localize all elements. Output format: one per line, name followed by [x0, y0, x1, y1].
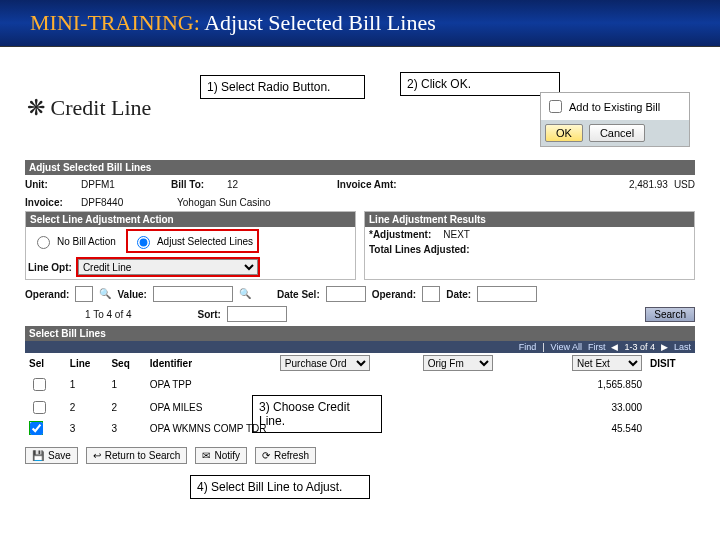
- callout-2: 2) Click OK.: [400, 72, 560, 96]
- save-icon: 💾: [32, 450, 44, 461]
- credit-line-heading: ❋ Credit Line: [27, 95, 151, 121]
- pager-first[interactable]: First: [588, 342, 606, 352]
- lookup-icon[interactable]: [239, 288, 251, 300]
- save-button[interactable]: 💾Save: [25, 447, 78, 464]
- row-line: 2: [66, 396, 108, 419]
- th-line: Line: [66, 353, 108, 373]
- unit-label: Unit:: [25, 179, 75, 190]
- operand-label: Operand:: [25, 289, 69, 300]
- table-row: 33OPA WKMNS COMP TDR45.540: [25, 419, 695, 439]
- return-icon: ↩: [93, 450, 101, 461]
- add-existing-checkbox[interactable]: [549, 100, 562, 113]
- credit-line-bullet: ❋: [27, 95, 45, 120]
- invoice-label: Invoice:: [25, 197, 75, 208]
- search-button[interactable]: Search: [645, 307, 695, 322]
- right-column: Line Adjustment Results *Adjustment: NEX…: [364, 211, 695, 280]
- lookup-icon[interactable]: [99, 288, 111, 300]
- notify-icon: ✉: [202, 450, 210, 461]
- left-column: Select Line Adjustment Action No Bill Ac…: [25, 211, 356, 280]
- arrow-left-icon[interactable]: ◀: [611, 342, 618, 352]
- sort-input[interactable]: [227, 306, 287, 322]
- pager-find[interactable]: Find: [519, 342, 537, 352]
- adjustment-label: *Adjustment:: [369, 229, 431, 240]
- unit-value: DPFM1: [81, 179, 171, 190]
- adjustment-value: NEXT: [443, 229, 470, 240]
- value-label: Value:: [117, 289, 146, 300]
- detail-pane: Adjust Selected Bill Lines Unit: DPFM1 B…: [25, 160, 695, 464]
- range-text: 1 To 4 of 4: [85, 309, 132, 320]
- table-row: 11OPA TPP1,565.850: [25, 373, 695, 396]
- netext-select[interactable]: Net Ext: [572, 355, 642, 371]
- slide-title: MINI-TRAINING: Adjust Selected Bill Line…: [0, 0, 720, 47]
- th-seq: Seq: [107, 353, 145, 373]
- row-seq: 2: [107, 396, 145, 419]
- refresh-button[interactable]: ⟳Refresh: [255, 447, 316, 464]
- title-prefix: MINI-TRAINING:: [30, 10, 200, 35]
- pager-viewall[interactable]: View All: [551, 342, 582, 352]
- sort-label: Sort:: [198, 309, 221, 320]
- po-select[interactable]: Purchase Ord: [280, 355, 370, 371]
- row-netext: 1,565.850: [532, 373, 646, 396]
- row-line: 3: [66, 419, 108, 439]
- add-existing-label: Add to Existing Bill: [569, 101, 660, 113]
- no-bill-radio-label: No Bill Action: [28, 229, 120, 253]
- section-header-adjust: Adjust Selected Bill Lines: [25, 160, 695, 175]
- adjust-radio-label: Adjust Selected Lines: [128, 231, 257, 251]
- row-identifier: OPA WKMNS COMP TDR: [146, 419, 276, 439]
- row-identifier: OPA TPP: [146, 373, 276, 396]
- date-sel-input[interactable]: [326, 286, 366, 302]
- invoice-value: DPF8440: [81, 197, 171, 208]
- bill-lines-table: Sel Line Seq Identifier Purchase Ord Ori…: [25, 353, 695, 439]
- no-bill-radio[interactable]: [37, 236, 50, 249]
- pager-range: 1-3 of 4: [624, 342, 655, 352]
- row-sel-checkbox[interactable]: [33, 401, 46, 414]
- currency-value: USD: [674, 179, 695, 190]
- bottom-bar: 💾Save ↩Return to Search ✉Notify ⟳Refresh: [25, 447, 695, 464]
- date-sel-label: Date Sel:: [277, 289, 320, 300]
- callout-1: 1) Select Radio Button.: [200, 75, 365, 99]
- notify-button[interactable]: ✉Notify: [195, 447, 247, 464]
- refresh-icon: ⟳: [262, 450, 270, 461]
- invoice-amt-label: Invoice Amt:: [337, 179, 397, 190]
- callout-4: 4) Select Bill Line to Adjust.: [190, 475, 370, 499]
- row-seq: 3: [107, 419, 145, 439]
- left-hdr: Select Line Adjustment Action: [26, 212, 355, 227]
- line-opt-select[interactable]: Credit Line: [78, 259, 258, 275]
- date-input[interactable]: [477, 286, 537, 302]
- row-netext: 33.000: [532, 396, 646, 419]
- row-seq: 1: [107, 373, 145, 396]
- value-input[interactable]: [153, 286, 233, 302]
- row-netext: 45.540: [532, 419, 646, 439]
- return-button[interactable]: ↩Return to Search: [86, 447, 188, 464]
- th-sel: Sel: [25, 353, 66, 373]
- operand2-label: Operand:: [372, 289, 416, 300]
- billto-label: Bill To:: [171, 179, 221, 190]
- row-identifier: OPA MILES: [146, 396, 276, 419]
- ok-button[interactable]: OK: [545, 124, 583, 142]
- billto-value: 12: [227, 179, 337, 190]
- line-opt-label: Line Opt:: [28, 262, 72, 273]
- cancel-button[interactable]: Cancel: [589, 124, 645, 142]
- row-sel-checkbox[interactable]: [33, 378, 46, 391]
- table-row: 22OPA MILES33.000: [25, 396, 695, 419]
- operand-input[interactable]: [75, 286, 93, 302]
- title-rest: Adjust Selected Bill Lines: [200, 10, 436, 35]
- th-disit: DISIT: [646, 353, 695, 373]
- th-identifier: Identifier: [146, 353, 276, 373]
- customer-name: Yohogan Sun Casino: [177, 197, 271, 208]
- date-label: Date:: [446, 289, 471, 300]
- right-hdr: Line Adjustment Results: [365, 212, 694, 227]
- row-sel-checkbox[interactable]: [30, 422, 43, 435]
- total-adjusted-label: Total Lines Adjusted:: [369, 244, 470, 255]
- ok-dialog: Add to Existing Bill OK Cancel: [540, 92, 690, 147]
- origfm-select[interactable]: Orig Fm: [423, 355, 493, 371]
- pager-last[interactable]: Last: [674, 342, 691, 352]
- adjust-radio[interactable]: [137, 236, 150, 249]
- arrow-right-icon[interactable]: ▶: [661, 342, 668, 352]
- row-line: 1: [66, 373, 108, 396]
- invoice-amt-value: 2,481.93: [629, 179, 668, 190]
- select-bill-lines-hdr: Select Bill Lines: [25, 326, 695, 341]
- pager-bar: Find| View All First ◀ 1-3 of 4 ▶ Last: [25, 341, 695, 353]
- operand2-input[interactable]: [422, 286, 440, 302]
